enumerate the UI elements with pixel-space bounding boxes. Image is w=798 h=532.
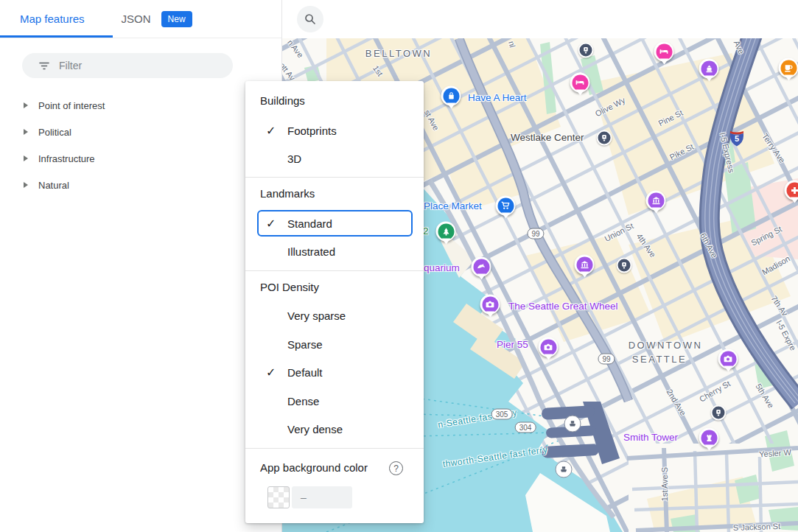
street-label: I-5 Expre xyxy=(774,318,798,351)
street-label: 5th Ave xyxy=(754,382,776,409)
shopping-bag-icon xyxy=(443,88,459,104)
expand-arrow-icon[interactable] xyxy=(24,102,28,108)
street-label: n Ave xyxy=(286,38,305,59)
street-label: Ave xyxy=(732,39,746,55)
map-style-editor: BELLTOWN DOWNTOWN SEATTLE n Ave ott Av 1… xyxy=(0,0,798,532)
poi-label-aquarium[interactable]: quarium xyxy=(424,262,460,273)
transparent-color-swatch[interactable] xyxy=(267,486,290,508)
filter-icon xyxy=(39,62,49,70)
route-shield-99: 99 xyxy=(527,228,544,239)
tree-item-point-of-interest[interactable]: Point of interest xyxy=(0,92,282,119)
area-label-belltown: BELLTOWN xyxy=(365,48,432,59)
search-button[interactable] xyxy=(297,6,323,32)
section-title-poi-density: POI Density xyxy=(260,281,319,293)
filter-row xyxy=(0,38,282,78)
poi-label-place-market[interactable]: Place Market xyxy=(424,200,482,211)
expand-arrow-icon[interactable] xyxy=(24,182,28,188)
option-very-dense[interactable]: Very dense xyxy=(245,416,424,442)
tree-item-infrastructure[interactable]: Infrastructure xyxy=(0,145,282,172)
poi-label-smith-tower[interactable]: Smith Tower xyxy=(623,432,678,443)
ferry-icon[interactable] xyxy=(564,416,581,433)
section-title-landmarks: Landmarks xyxy=(260,187,315,200)
ferry-route-label: thworth-Seattle fast ferry xyxy=(442,444,548,469)
attraction-pin[interactable] xyxy=(480,295,500,315)
street-label: Olive Wy xyxy=(594,96,627,119)
style-editor-panel: Map features JSON New xyxy=(0,0,282,532)
hotel-pin[interactable] xyxy=(570,73,590,93)
option-illustrated[interactable]: Illustrated xyxy=(245,238,424,265)
cross-icon xyxy=(786,182,798,198)
poi-label-have-a-heart[interactable]: Have A Heart xyxy=(468,92,527,103)
park-pin[interactable] xyxy=(436,222,456,242)
option-sparse[interactable]: Sparse xyxy=(245,331,424,357)
transit-station-icon[interactable] xyxy=(578,43,594,58)
section-title-buildings: Buildings xyxy=(260,94,305,107)
tab-map-features[interactable]: Map features xyxy=(20,13,85,25)
hospital-pin[interactable] xyxy=(785,181,798,200)
option-3d[interactable]: 3D xyxy=(245,145,424,172)
option-default[interactable]: ✓ Default xyxy=(245,359,424,385)
shopping-pin[interactable] xyxy=(441,86,461,106)
bed-icon xyxy=(656,43,672,60)
coffee-cup-icon xyxy=(780,60,797,76)
street-label: 1st Ave S xyxy=(660,467,669,501)
tree-item-label: Point of interest xyxy=(38,100,105,111)
divider xyxy=(245,270,424,271)
poi-label-great-wheel[interactable]: The Seattle Great Wheel xyxy=(508,301,618,312)
option-footprints[interactable]: ✓ Footprints xyxy=(245,117,424,144)
place-of-worship-pin[interactable] xyxy=(699,59,719,79)
landmark-pin[interactable] xyxy=(699,428,719,448)
tab-json[interactable]: JSON xyxy=(122,13,151,25)
dolphin-icon xyxy=(473,259,489,275)
grocery-pin[interactable] xyxy=(496,196,516,216)
option-label: Very dense xyxy=(287,423,343,435)
street-label: Madison xyxy=(760,253,791,276)
tree-item-natural[interactable]: Natural xyxy=(0,172,282,198)
street-label: Union St xyxy=(603,221,634,243)
option-standard[interactable]: ✓ Standard xyxy=(245,210,424,237)
transit-station-icon[interactable] xyxy=(597,130,612,146)
camera-icon xyxy=(540,339,556,355)
option-label: Sparse xyxy=(287,338,323,351)
hotel-pin[interactable] xyxy=(654,42,674,62)
museum-pin[interactable] xyxy=(646,191,666,211)
transit-station-icon[interactable] xyxy=(711,405,727,421)
filter-pill[interactable] xyxy=(22,53,233,78)
expand-arrow-icon[interactable] xyxy=(24,129,28,135)
street-label: nl xyxy=(507,40,517,48)
attraction-pin[interactable] xyxy=(718,349,738,369)
museum-pin[interactable] xyxy=(575,255,595,275)
poi-label-pier-55[interactable]: Pier 55 xyxy=(497,339,528,350)
aquarium-pin[interactable] xyxy=(472,257,491,277)
attraction-pin[interactable] xyxy=(539,337,559,357)
poi-label-westlake-center[interactable]: Westlake Center xyxy=(511,132,584,143)
tree-item-political[interactable]: Political xyxy=(0,119,282,145)
option-very-sparse[interactable]: Very sparse xyxy=(245,302,424,329)
option-label: Dense xyxy=(287,395,319,407)
map-settings-menu: Buildings ✓ Footprints 3D Landmarks ✓ St… xyxy=(245,81,424,523)
cafe-pin[interactable] xyxy=(779,58,798,78)
ferry-icon[interactable] xyxy=(556,461,573,478)
option-label: Standard xyxy=(287,217,332,230)
section-title-app-background: App background color xyxy=(260,461,368,474)
route-shield-305: 305 xyxy=(491,409,513,420)
expand-arrow-icon[interactable] xyxy=(24,155,28,161)
tree-item-label: Political xyxy=(38,127,71,138)
help-icon[interactable]: ? xyxy=(389,461,403,475)
poi-label-pier-62-partial[interactable]: 2 xyxy=(423,225,429,237)
check-icon: ✓ xyxy=(266,365,281,379)
street-label: 4th Ave xyxy=(635,232,658,259)
street-label: Pine St xyxy=(657,108,684,128)
museum-icon xyxy=(648,192,664,209)
street-label: Terry Ave xyxy=(760,132,787,164)
tree-item-label: Infrastructure xyxy=(38,153,95,164)
transit-station-icon[interactable] xyxy=(617,258,632,273)
color-value-field[interactable]: – xyxy=(292,486,352,508)
option-dense[interactable]: Dense xyxy=(245,388,424,414)
shopping-cart-icon xyxy=(497,197,514,214)
tree-icon xyxy=(438,223,454,239)
filter-input[interactable] xyxy=(59,60,206,71)
street-label: 7th Av xyxy=(769,294,789,318)
street-label: Spring St xyxy=(749,224,783,247)
temple-icon xyxy=(701,60,717,77)
